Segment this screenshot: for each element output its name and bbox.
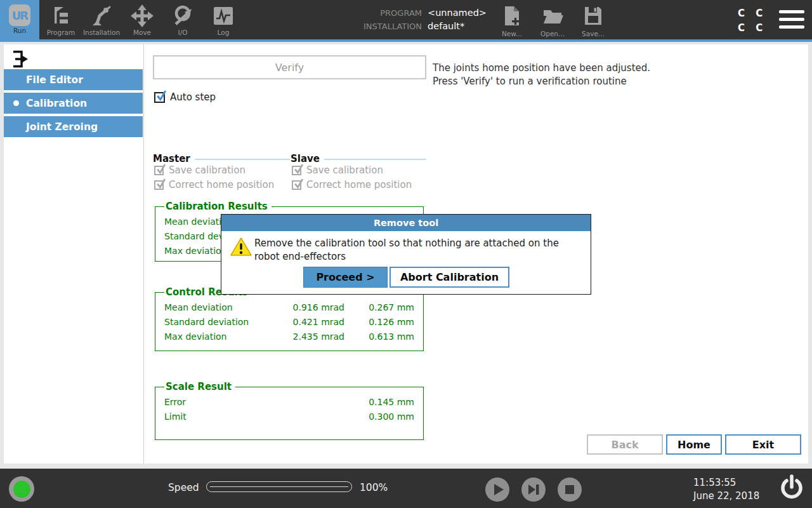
new-program-button[interactable]: New... [491,5,533,37]
sidebar-item-joint-zeroing[interactable]: Joint Zeroing [4,116,143,137]
datetime-display: 11:53:55 June 22, 2018 [693,476,759,503]
tab-move[interactable]: Move [122,0,162,39]
scale-result-fieldset: Scale Result Error 0.145 mm Limit 0.300 … [155,381,424,440]
play-button[interactable] [485,478,509,502]
auto-step-checkbox[interactable] [154,92,165,103]
speed-slider-track [210,486,348,487]
exit-button[interactable]: Exit [725,434,801,455]
master-save-calibration-checkbox [154,166,164,175]
sidebar-item-file-editor[interactable]: File Editor [4,69,143,90]
home-button[interactable]: Home [666,434,722,455]
active-bullet-icon [13,100,19,106]
program-tree-icon [41,0,81,28]
move-arrows-icon [122,0,162,28]
tab-run[interactable]: UR Run [0,0,39,39]
status-green-light [13,481,30,498]
auto-step-checkbox-row[interactable]: Auto step [154,91,216,103]
speed-slider[interactable] [206,481,352,492]
bottom-bar: Speed 100% 11:53:55 June 22, 2018 [0,469,812,508]
step-icon [521,478,546,502]
program-value: <unnamed> [428,8,487,18]
stop-button[interactable] [558,478,582,502]
control-results-fieldset: Control Results Mean deviation 0.916 mra… [155,286,424,351]
speed-label: Speed [168,482,199,493]
remove-tool-dialog: Remove tool Remove the calibration tool … [221,214,591,295]
io-icon [162,0,203,28]
status-characters: C C C C [738,6,766,36]
hamburger-menu-icon[interactable] [779,10,804,33]
table-row: Error 0.145 mm [164,394,414,409]
save-program-button[interactable]: Save... [572,5,614,37]
program-label: PROGRAM [363,8,422,18]
warning-icon [230,237,252,260]
slave-save-calibration-checkbox [292,166,301,175]
robot-arm-icon [81,0,122,28]
master-header: Master [153,153,290,164]
slave-correct-home-row: Correct home position [292,179,412,190]
master-save-calibration-row: Save calibration [154,164,246,176]
table-row: Limit 0.300 mm [164,409,414,424]
sidebar-divider [143,44,144,464]
top-bar: UR Run Program Installation [0,0,812,39]
table-row: Standard deviation 0.421 mrad 0.126 mm [164,314,414,329]
ur-logo-icon: UR [9,4,30,26]
tab-installation[interactable]: Installation [81,0,122,39]
tab-run-label: Run [0,27,39,34]
master-correct-home-row: Correct home position [154,179,274,190]
proceed-button[interactable]: Proceed > [303,267,388,288]
dialog-message: Remove the calibration tool so that noth… [254,237,559,264]
master-correct-home-checkbox [154,180,164,190]
time-text: 11:53:55 [693,476,759,490]
sidebar-item-calibration[interactable]: Calibration [4,93,143,114]
installation-value: default* [428,21,464,31]
slave-header: Slave [291,153,426,164]
scale-result-title: Scale Result [164,381,235,392]
tab-log[interactable]: Log [203,0,244,39]
step-button[interactable] [521,478,546,502]
dialog-body: Remove the calibration tool so that noth… [221,231,591,295]
table-row: Mean deviation 0.916 mrad 0.267 mm [164,300,414,314]
open-program-button[interactable]: Open... [532,5,573,37]
calibration-results-title: Calibration Results [164,201,272,212]
log-chart-icon [203,0,244,28]
installation-label: INSTALLATION [363,22,422,31]
play-icon [485,478,509,502]
tab-program[interactable]: Program [41,0,81,39]
status-message: The joints home position have been adjus… [433,62,650,88]
save-floppy-icon [582,17,604,29]
verify-button[interactable]: Verify [153,55,426,79]
new-file-icon [502,17,521,29]
date-text: June 22, 2018 [693,490,759,503]
exit-screen-icon[interactable] [10,50,29,71]
table-row: Max deviation 2.435 mrad 0.613 mm [164,329,414,344]
dialog-title: Remove tool [221,215,591,231]
open-folder-icon [542,17,563,29]
slave-save-calibration-row: Save calibration [292,164,383,176]
slave-correct-home-checkbox [292,180,301,190]
back-button[interactable]: Back [587,434,663,455]
abort-calibration-button[interactable]: Abort Calibration [390,267,509,288]
stop-icon [558,478,582,502]
tab-io[interactable]: I/O [162,0,203,39]
robot-status-indicator[interactable] [9,476,34,502]
speed-value: 100% [360,482,388,493]
power-icon[interactable] [778,474,806,507]
